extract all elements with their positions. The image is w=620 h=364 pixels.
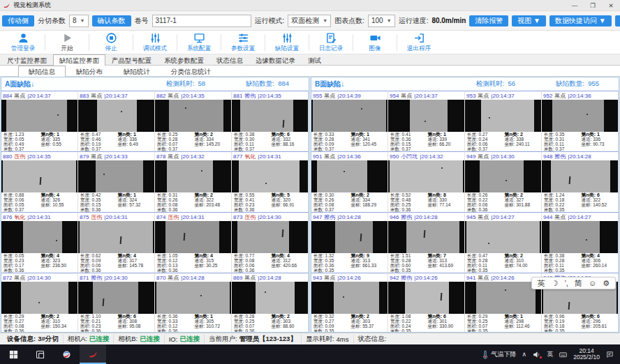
- defect-thumbnail[interactable]: [155, 221, 231, 253]
- defect-cell[interactable]: 880压伤|20:14:35长度: 0.88宽度: 0.06面积: 0.05米数…: [1, 151, 78, 212]
- main-tab-2[interactable]: 缺陷监控界面: [53, 54, 105, 66]
- maximize-button[interactable]: ❐: [584, 0, 602, 10]
- run-mode-select[interactable]: 双面检测▼: [288, 15, 331, 27]
- main-tab-4[interactable]: 系统参数配置: [158, 54, 210, 65]
- ime-item-5[interactable]: ☺: [589, 279, 596, 287]
- volume-icon[interactable]: [532, 350, 541, 359]
- defect-cell[interactable]: 882黑点|20:14:35长度: 0.25宽度: 0.28面积: 0.07米数…: [155, 91, 232, 151]
- defect-thumbnail[interactable]: [465, 221, 541, 253]
- defect-thumbnail[interactable]: [542, 221, 618, 253]
- defect-thumbnail[interactable]: [311, 160, 388, 192]
- defect-cell[interactable]: 872黑点|20:14:30长度: 0.29宽度: 0.27面积: 0.08米数…: [1, 273, 78, 333]
- defect-thumbnail[interactable]: [465, 160, 541, 192]
- confirm-count-button[interactable]: 确认条数: [92, 15, 131, 26]
- defect-cell[interactable]: 871擦伤|20:14:30长度: 1.10宽度: 0.21面积: 0.23米数…: [78, 273, 155, 333]
- defect-thumbnail[interactable]: [155, 282, 231, 314]
- defect-cell[interactable]: 877氧化|20:14:31长度: 0.55宽度: 0.41面积: 0.23米数…: [232, 151, 309, 212]
- defect-thumbnail[interactable]: [155, 160, 231, 192]
- toolbar-button-user[interactable]: 管理登录: [1, 31, 45, 54]
- toolbar-button-journal[interactable]: 日志记录: [309, 31, 353, 54]
- defect-thumbnail[interactable]: [388, 100, 464, 132]
- ime-item-4[interactable]: 简: [575, 278, 582, 289]
- defect-thumbnail[interactable]: [1, 100, 78, 132]
- defect-cell[interactable]: 942擦伤|20:14:26长度: 1.08宽度: 0.22面积: 0.24米数…: [388, 273, 465, 333]
- touch-keyboard-icon[interactable]: [559, 350, 568, 359]
- start-button[interactable]: [0, 344, 27, 364]
- panel-title[interactable]: A面缺陷↓: [1, 79, 126, 89]
- main-tab-7[interactable]: 测试: [302, 54, 327, 65]
- defect-thumbnail[interactable]: [1, 160, 78, 192]
- clear-alarm-button[interactable]: 清除报警: [469, 15, 508, 26]
- defect-cell[interactable]: 946擦伤|20:14:28长度: 1.51宽度: 0.28面积: 0.60米数…: [388, 212, 465, 273]
- toolbar-button-camera[interactable]: 图像: [353, 31, 397, 54]
- defect-thumbnail[interactable]: [232, 221, 308, 253]
- view-menu-button[interactable]: 视图 ▼: [512, 15, 546, 26]
- slit-count-select[interactable]: 8▼: [69, 15, 89, 27]
- action-center-icon[interactable]: [605, 350, 614, 359]
- defect-cell[interactable]: 873压伤|20:14:30长度: 0.77宽度: 0.08面积: 0.06米数…: [232, 212, 309, 273]
- defect-thumbnail[interactable]: [465, 100, 541, 132]
- defect-cell[interactable]: 876氧化|20:14:31长度: 0.05宽度: 0.23面积: 0.17米数…: [1, 212, 78, 273]
- defect-thumbnail[interactable]: [388, 160, 464, 192]
- defect-cell[interactable]: 881擦伤|20:14:35长度: 0.38宽度: 0.30面积: 0.11米数…: [232, 91, 309, 151]
- defect-cell[interactable]: 870黑点|20:14:28长度: 0.36宽度: 0.33面积: 0.12米数…: [155, 273, 232, 333]
- defect-thumbnail[interactable]: [311, 282, 388, 314]
- ime-toolbar[interactable]: 英☽’,简☺⚙: [531, 277, 616, 289]
- defect-thumbnail[interactable]: [155, 100, 231, 132]
- toolbar-button-sliders-v[interactable]: 缺陷设置: [265, 31, 309, 54]
- defect-thumbnail[interactable]: [542, 100, 618, 132]
- defect-thumbnail[interactable]: [232, 160, 308, 192]
- defect-thumbnail[interactable]: [465, 282, 541, 314]
- sub-tab-4[interactable]: 分类信息统计: [161, 66, 221, 76]
- weather-tray-item[interactable]: 气温下降: [480, 350, 517, 359]
- toolbar-button-stop[interactable]: 停止: [89, 31, 133, 54]
- minimize-button[interactable]: —: [566, 0, 584, 10]
- defect-thumbnail[interactable]: [1, 282, 78, 314]
- panel-title[interactable]: B面缺陷↓: [311, 79, 436, 89]
- defect-cell[interactable]: 874压伤|20:14:31长度: 1.05宽度: 0.12面积: 0.13米数…: [155, 212, 232, 273]
- defect-cell[interactable]: 875压伤|20:14:31长度: 0.62宽度: 0.09面积: 0.06米数…: [78, 212, 155, 273]
- toolbar-button-tune[interactable]: 调试模式: [133, 31, 177, 54]
- taskbar-app-icon[interactable]: [53, 344, 80, 364]
- defect-cell[interactable]: 951黑点|20:14:36长度: 0.30宽度: 0.26面积: 0.08米数…: [311, 151, 388, 212]
- taskbar-clock[interactable]: 20:14 2025/2/10: [573, 348, 600, 361]
- defect-cell[interactable]: 878黑点|20:14:32长度: 0.31宽度: 0.26面积: 0.08米数…: [155, 151, 232, 212]
- defect-cell[interactable]: 869黑点|20:14:28长度: 0.28宽度: 0.25面积: 0.07米数…: [232, 273, 309, 333]
- defect-cell[interactable]: 950小凹坑|20:14:32长度: 0.52宽度: 0.48面积: 0.25米…: [388, 151, 465, 212]
- defect-thumbnail[interactable]: [388, 282, 464, 314]
- help-menu-button[interactable]: 帮助 ▼: [615, 15, 620, 26]
- main-tab-3[interactable]: 产品型号配置: [105, 54, 158, 65]
- toolbar-button-exit[interactable]: 退出程序: [397, 31, 441, 54]
- ime-item-1[interactable]: 英: [538, 278, 545, 289]
- defect-cell[interactable]: 945黑点|20:14:27长度: 0.47宽度: 0.28面积: 0.11米数…: [465, 212, 542, 273]
- sub-tab-3[interactable]: 缺陷统计: [113, 66, 161, 76]
- defect-cell[interactable]: 941黑点|20:14:26长度: 0.29宽度: 0.25面积: 0.07米数…: [465, 273, 542, 333]
- defect-thumbnail[interactable]: [311, 221, 388, 253]
- defect-thumbnail[interactable]: [78, 221, 154, 253]
- main-tab-1[interactable]: 尺寸监控界面: [1, 54, 53, 65]
- defect-thumbnail[interactable]: [232, 282, 308, 314]
- defect-cell[interactable]: 943黑点|20:14:26长度: 0.32宽度: 0.27面积: 0.09米数…: [311, 273, 388, 333]
- defect-cell[interactable]: 955黑点|20:14:39长度: 0.33宽度: 0.28面积: 0.09米数…: [311, 91, 388, 151]
- close-button[interactable]: ✕: [602, 0, 620, 10]
- defect-cell[interactable]: 954黑点|20:14:37长度: 0.41宽度: 0.36面积: 0.15米数…: [388, 91, 465, 151]
- defect-thumbnail[interactable]: [388, 221, 464, 253]
- ime-item-2[interactable]: ☽: [552, 279, 559, 288]
- ime-item-6[interactable]: ⚙: [603, 279, 610, 288]
- data-quick-access-button[interactable]: 数据快捷访问 ▼: [549, 15, 612, 26]
- main-tab-6[interactable]: 边缘数据记录: [249, 54, 302, 65]
- defect-thumbnail[interactable]: [232, 100, 308, 132]
- defect-cell[interactable]: 953黑点|20:14:37长度: 0.27宽度: 0.24面积: 0.06米数…: [465, 91, 542, 151]
- defect-cell[interactable]: 949黑点|20:14:30长度: 0.26宽度: 0.22面积: 0.06米数…: [465, 151, 542, 212]
- drive-side-button[interactable]: 传动侧: [2, 15, 34, 26]
- tray-expand-arrow[interactable]: ∧: [522, 351, 527, 358]
- main-tab-5[interactable]: 状态信息: [210, 54, 249, 65]
- taskbar-active-app-icon[interactable]: [80, 344, 106, 364]
- defect-cell[interactable]: 884黑点|20:14:37长度: 1.23宽度: 0.05面积: 0.49米数…: [1, 91, 78, 151]
- defect-cell[interactable]: 879黑点|20:14:33长度: 0.42宽度: 0.35面积: 0.15米数…: [78, 151, 155, 212]
- defect-cell[interactable]: 948擦伤|20:14:28长度: 1.24宽度: 0.18面积: 0.22米数…: [542, 151, 619, 212]
- defect-cell[interactable]: 952黑点|20:14:36长度: 0.35宽度: 0.31面积: 0.11米数…: [542, 91, 619, 151]
- roll-number-input[interactable]: [152, 15, 251, 27]
- toolbar-button-play[interactable]: 开始: [45, 31, 89, 54]
- sub-tab-1[interactable]: 缺陷信息: [18, 66, 66, 77]
